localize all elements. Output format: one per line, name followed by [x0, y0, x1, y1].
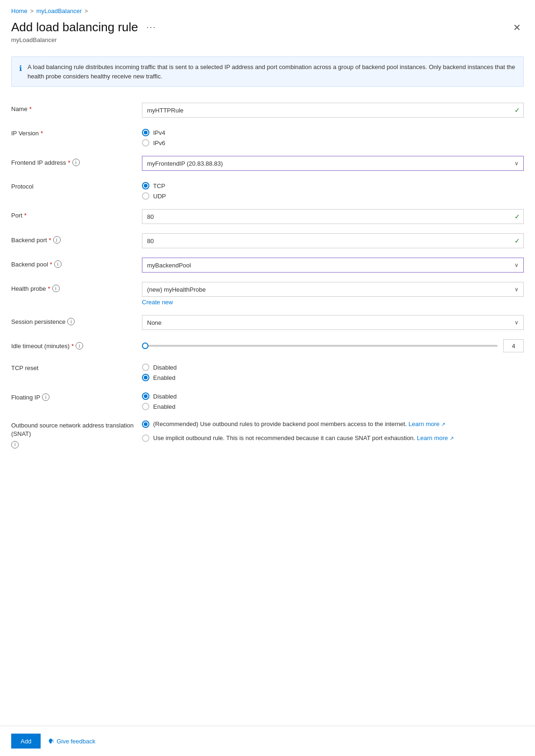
port-required: *	[24, 212, 27, 219]
ip-version-ipv4[interactable]: IPv4	[142, 129, 524, 136]
footer: Add 🗣 Give feedback	[0, 726, 535, 756]
breadcrumb-sep1: >	[30, 8, 34, 14]
info-banner: ℹ A load balancing rule distributes inco…	[11, 56, 524, 87]
ext-link-icon-2: ↗	[450, 435, 454, 441]
ipv6-radio-outer	[142, 139, 149, 147]
breadcrumb-home[interactable]: Home	[11, 7, 28, 14]
backend-port-required: *	[49, 237, 51, 244]
name-required: *	[29, 105, 32, 112]
idle-timeout-track	[142, 345, 498, 347]
breadcrumb-loadbalancer[interactable]: myLoadBalancer	[36, 7, 82, 14]
breadcrumb-sep2: >	[84, 8, 88, 14]
session-persistence-label: Session persistence i	[11, 315, 142, 325]
add-button[interactable]: Add	[11, 734, 41, 749]
tcp-reset-row: TCP reset Disabled Enabled	[11, 357, 524, 386]
info-banner-text: A load balancing rule distributes incomi…	[28, 63, 516, 81]
floating-ip-disabled[interactable]: Disabled	[142, 392, 524, 400]
name-control: ✓	[142, 103, 524, 118]
outbound-snat-control: (Recommended) Use outbound rules to prov…	[142, 420, 524, 447]
outbound-snat-info-icon[interactable]: i	[11, 441, 19, 448]
ip-version-row: IP Version * IPv4 IPv6	[11, 122, 524, 151]
udp-radio-outer	[142, 192, 149, 200]
frontend-ip-select[interactable]: myFrontendIP (20.83.88.83) ∨	[142, 156, 524, 171]
backend-pool-row: Backend pool * i myBackendPool ∨	[11, 253, 524, 277]
outbound-recommended-link[interactable]: Learn more ↗	[408, 420, 445, 427]
session-persistence-row: Session persistence i None ∨	[11, 310, 524, 335]
backend-pool-control: myBackendPool ∨	[142, 258, 524, 273]
name-row: Name * ✓	[11, 98, 524, 122]
backend-port-row: Backend port * i ✓	[11, 229, 524, 253]
session-persistence-chevron-icon: ∨	[514, 319, 519, 326]
backend-port-info-icon[interactable]: i	[53, 236, 61, 244]
idle-timeout-info-icon[interactable]: i	[76, 342, 83, 350]
outbound-snat-row: Outbound source network address translat…	[11, 415, 524, 453]
idle-timeout-row: Idle timeout (minutes) * i 4	[11, 335, 524, 357]
page-title: Add load balancing rule	[11, 20, 138, 35]
outbound-recommended-radio-outer[interactable]	[142, 420, 149, 428]
health-probe-select[interactable]: (new) myHealthProbe ∨	[142, 282, 524, 297]
session-persistence-control: None ∨	[142, 315, 524, 330]
floating-ip-disabled-radio-outer	[142, 392, 149, 400]
floating-ip-info-icon[interactable]: i	[42, 393, 49, 401]
tcp-reset-disabled-radio-outer	[142, 364, 149, 371]
backend-pool-label: Backend pool * i	[11, 258, 142, 268]
idle-timeout-value: 4	[512, 343, 515, 350]
frontend-ip-value: myFrontendIP (20.83.88.83)	[147, 160, 223, 167]
feedback-icon: 🗣	[48, 737, 55, 745]
outbound-implicit-radio-outer[interactable]	[142, 434, 149, 442]
ip-version-ipv6[interactable]: IPv6	[142, 139, 524, 147]
health-probe-value: (new) myHealthProbe	[147, 286, 206, 293]
outbound-snat-label: Outbound source network address translat…	[11, 420, 142, 448]
backend-port-check-icon: ✓	[514, 237, 520, 245]
ellipsis-button[interactable]: ···	[144, 21, 159, 33]
frontend-ip-label: Frontend IP address * i	[11, 156, 142, 166]
ip-version-label: IP Version *	[11, 127, 142, 137]
backend-pool-required: *	[50, 261, 52, 268]
health-probe-control: (new) myHealthProbe ∨ Create new	[142, 282, 524, 306]
feedback-label: Give feedback	[56, 738, 95, 745]
tcp-reset-enabled-radio-inner	[144, 376, 148, 379]
frontend-ip-row: Frontend IP address * i myFrontendIP (20…	[11, 151, 524, 175]
ipv4-radio-outer	[142, 129, 149, 136]
idle-timeout-value-box: 4	[503, 339, 524, 352]
close-button[interactable]: ✕	[510, 21, 524, 34]
health-probe-label: Health probe * i	[11, 282, 142, 292]
header-row: Add load balancing rule ··· ✕	[0, 18, 535, 35]
backend-pool-info-icon[interactable]: i	[54, 260, 62, 268]
idle-timeout-thumb[interactable]	[142, 343, 148, 349]
session-persistence-info-icon[interactable]: i	[67, 318, 75, 325]
breadcrumb: Home > myLoadBalancer >	[0, 0, 535, 18]
form-section: Name * ✓ IP Version * IPv4	[0, 98, 535, 453]
ext-link-icon-1: ↗	[441, 421, 445, 427]
session-persistence-select[interactable]: None ∨	[142, 315, 524, 330]
backend-port-control: ✓	[142, 233, 524, 248]
frontend-ip-chevron-icon: ∨	[514, 160, 519, 167]
create-new-link[interactable]: Create new	[142, 299, 173, 306]
health-probe-row: Health probe * i (new) myHealthProbe ∨ C…	[11, 277, 524, 310]
frontend-ip-required: *	[68, 159, 70, 166]
health-probe-info-icon[interactable]: i	[52, 285, 60, 292]
backend-port-input[interactable]	[142, 233, 524, 248]
backend-pool-select[interactable]: myBackendPool ∨	[142, 258, 524, 273]
floating-ip-enabled[interactable]: Enabled	[142, 403, 524, 410]
health-probe-chevron-icon: ∨	[514, 286, 519, 293]
outbound-implicit-link[interactable]: Learn more ↗	[417, 434, 454, 441]
name-check-icon: ✓	[514, 106, 520, 114]
tcp-reset-label: TCP reset	[11, 362, 142, 371]
frontend-ip-info-icon[interactable]: i	[72, 159, 80, 166]
feedback-link[interactable]: 🗣 Give feedback	[48, 737, 95, 745]
session-persistence-value: None	[147, 319, 162, 326]
port-label: Port *	[11, 209, 142, 219]
floating-ip-label: Floating IP i	[11, 391, 142, 401]
protocol-udp[interactable]: UDP	[142, 192, 524, 200]
info-banner-icon: ℹ	[19, 63, 22, 74]
protocol-label: Protocol	[11, 180, 142, 190]
health-probe-required: *	[48, 285, 50, 292]
tcp-reset-disabled[interactable]: Disabled	[142, 364, 524, 371]
outbound-recommended-text: (Recommended) Use outbound rules to prov…	[153, 420, 524, 429]
protocol-tcp[interactable]: TCP	[142, 182, 524, 189]
name-input[interactable]	[142, 103, 524, 118]
port-input[interactable]	[142, 209, 524, 224]
outbound-implicit-option: Use implicit outbound rule. This is not …	[142, 434, 524, 443]
tcp-reset-enabled[interactable]: Enabled	[142, 374, 524, 381]
